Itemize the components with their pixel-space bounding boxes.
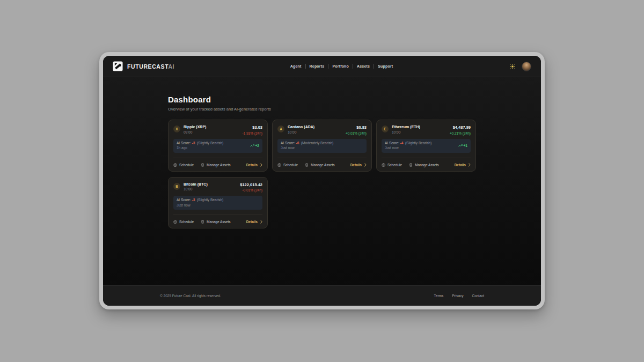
details-button[interactable]: Details [350,163,367,167]
ai-score-value: -6 [296,141,299,145]
schedule-button[interactable]: Schedule [382,163,402,167]
brand-logo[interactable]: FUTURECASTAI [113,61,174,71]
trending-up-icon [458,144,463,147]
gear-icon [277,163,281,167]
app-window: FUTURECASTAI Agent Reports Portfolio Ass… [99,52,545,309]
brand-name: FUTURECASTAI [127,63,174,70]
trend-value: +1 [464,144,467,147]
divider [173,158,262,158]
trend-badge: +2 [250,144,259,147]
coin-price: $122,015.42 [240,182,262,187]
coin-icon: A [277,125,284,132]
coin-name: Ethereum (ETH) [392,125,420,129]
gear-icon [173,163,177,167]
card-actions: Schedule Manage Assets Details [173,162,262,167]
ai-score-label: AI Score: [177,141,191,145]
chevron-right-icon [260,220,262,224]
divider [173,215,262,215]
coin-price: $4,487.99 [450,125,471,130]
divider [382,158,471,158]
coin-time: 10:00 [184,187,208,191]
card-actions: Schedule Manage Assets Details [173,219,262,224]
footer-link-contact[interactable]: Contact [472,294,484,298]
asset-card-bitcoin: B Bitcoin (BTC) 10:00 $122,015.42 -0.01%… [168,177,268,229]
nav-item-support[interactable]: Support [374,63,397,70]
details-button[interactable]: Details [246,163,262,167]
ai-updated-time: Just now [281,146,333,150]
card-actions: Schedule Manage Assets Details [382,162,471,167]
schedule-button[interactable]: Schedule [277,163,298,167]
ai-score-value: -3 [192,141,195,145]
gear-icon [382,163,385,167]
coin-change: +0.21% (24h) [450,131,471,135]
header-controls [509,62,531,71]
asset-card-ethereum: E Ethereum (ETH) 10:00 $4,487.99 +0.21% … [376,120,476,172]
coin-change: +0.01% (24h) [346,131,367,135]
gear-icon [173,220,177,224]
coin-name: Bitcoin (BTC) [184,182,208,186]
coin-time: 10:00 [392,130,420,134]
ai-score-label: AI Score: [281,141,295,145]
ai-score-box: AI Score: -4 (Slightly Bearish) Just now… [382,139,471,153]
card-header: B Bitcoin (BTC) 10:00 $122,015.42 -0.01%… [173,182,262,193]
card-header: X Ripple (XRP) 09:00 $3.03 -1.93% (24h) [173,125,262,135]
copyright-text: © 2025 Future Cast. All rights reserved. [160,294,221,298]
details-button[interactable]: Details [455,163,471,167]
trash-icon [201,220,204,224]
page-footer: © 2025 Future Cast. All rights reserved.… [103,285,541,306]
ai-score-value: -4 [400,141,404,145]
trend-badge: +1 [458,144,467,147]
card-header: E Ethereum (ETH) 10:00 $4,487.99 +0.21% … [382,125,471,135]
manage-assets-button[interactable]: Manage Assets [305,163,334,167]
nav-item-portfolio[interactable]: Portfolio [328,63,353,70]
app-screen: FUTURECASTAI Agent Reports Portfolio Ass… [103,56,541,306]
trash-icon [409,163,413,167]
manage-assets-button[interactable]: Manage Assets [201,220,230,224]
coin-icon: E [382,125,389,132]
ai-score-box: AI Score: -6 (Moderately Bearish) Just n… [277,139,367,153]
chevron-right-icon [260,163,262,167]
coin-change: -0.01% (24h) [240,188,262,192]
schedule-button[interactable]: Schedule [173,163,194,167]
footer-link-terms[interactable]: Terms [434,294,444,298]
details-button[interactable]: Details [246,220,262,224]
chevron-right-icon [364,163,367,167]
nav-item-assets[interactable]: Assets [353,63,374,70]
trend-value: +2 [255,144,259,147]
ai-score-sentiment: (Slightly Bearish) [197,198,223,202]
theme-toggle-button[interactable] [509,63,516,70]
manage-assets-button[interactable]: Manage Assets [201,163,230,167]
logo-icon [113,61,123,71]
ai-score-label: AI Score: [177,198,191,202]
trending-up-icon [250,144,254,147]
ai-score-label: AI Score: [385,141,399,145]
ai-score-box: AI Score: -3 (Slightly Bearish) 1h ago +… [173,139,262,153]
chevron-right-icon [469,163,471,167]
footer-link-privacy[interactable]: Privacy [452,294,463,298]
trash-icon [305,163,309,167]
ai-score-sentiment: (Moderately Bearish) [301,141,333,145]
card-actions: Schedule Manage Assets Details [277,162,367,167]
top-navbar: FUTURECASTAI Agent Reports Portfolio Ass… [103,56,541,77]
schedule-button[interactable]: Schedule [173,220,194,224]
main-content: Dashboard Overview of your tracked asset… [103,77,541,285]
coin-icon: B [173,183,180,190]
manage-assets-button[interactable]: Manage Assets [409,163,438,167]
user-avatar[interactable] [522,62,531,71]
nav-item-reports[interactable]: Reports [306,63,328,70]
ai-updated-time: Just now [177,204,223,208]
ai-score-box: AI Score: -3 (Slightly Bearish) Just now [173,196,262,210]
sun-icon [510,64,515,69]
footer-links: Terms Privacy Contact [434,294,484,298]
coin-time: 09:00 [184,130,206,134]
coin-icon: X [173,125,180,132]
asset-card-grid: X Ripple (XRP) 09:00 $3.03 -1.93% (24h) [168,120,476,228]
ai-score-sentiment: (Slightly Bearish) [197,141,223,145]
page-subtitle: Overview of your tracked assets and AI-g… [168,107,476,112]
coin-name: Ripple (XRP) [184,125,206,129]
main-nav: Agent Reports Portfolio Assets Support [174,63,509,70]
trash-icon [201,163,204,167]
nav-item-agent[interactable]: Agent [287,63,305,70]
asset-card-cardano: A Cardano (ADA) 10:00 $0.83 +0.01% (24h) [272,120,372,172]
asset-card-ripple: X Ripple (XRP) 09:00 $3.03 -1.93% (24h) [168,120,268,172]
